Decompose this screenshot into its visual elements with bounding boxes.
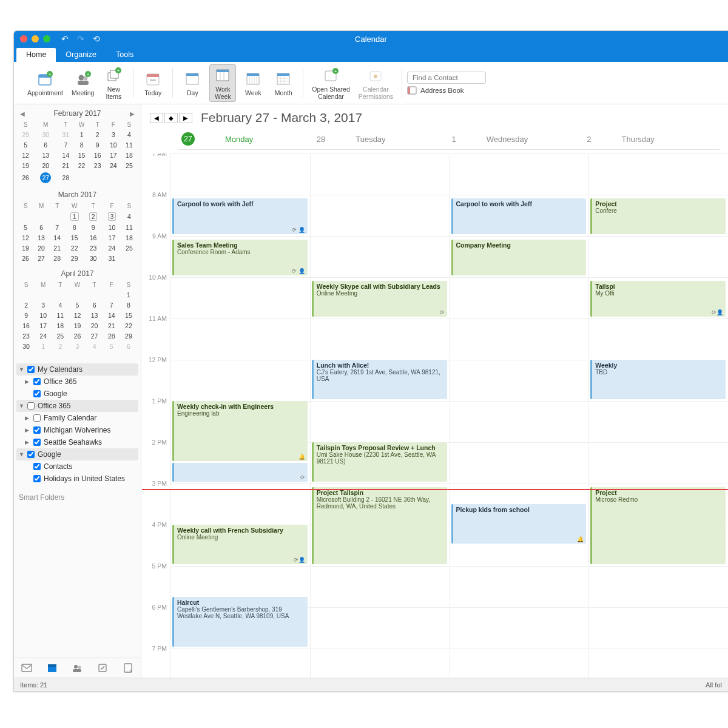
- minical-day[interactable]: 9: [90, 140, 106, 150]
- minical-day[interactable]: 30: [18, 341, 35, 351]
- calendar-item[interactable]: ▶Office 365: [16, 376, 138, 388]
- appointment-button[interactable]: + Appointment: [25, 69, 66, 98]
- minical-day[interactable]: [103, 289, 120, 300]
- minical-day[interactable]: 29: [18, 129, 33, 140]
- minical-day[interactable]: 17: [106, 150, 121, 160]
- minical-day[interactable]: 2: [52, 341, 69, 351]
- today-button[interactable]: Today: [140, 69, 166, 98]
- day-header[interactable]: 28Tuesday: [314, 130, 450, 150]
- minical-day[interactable]: 13: [33, 232, 49, 243]
- minical-day[interactable]: 27: [33, 253, 49, 263]
- minical-day[interactable]: 13: [33, 150, 58, 160]
- day-column[interactable]: 3:08 PMCarpool to work with Jeff⟳ 👤Sales…: [170, 153, 310, 678]
- minical-day[interactable]: 3: [103, 211, 121, 222]
- people-icon[interactable]: [71, 662, 83, 674]
- today-range-button[interactable]: ◆: [164, 113, 178, 123]
- minical-day[interactable]: 1: [65, 211, 84, 222]
- day-header[interactable]: 1Wednesday: [450, 130, 585, 150]
- minical-day[interactable]: 1: [120, 289, 137, 300]
- calendar-item[interactable]: ▶Seattle Seahawks: [16, 436, 138, 448]
- minical-day[interactable]: [121, 253, 137, 263]
- minical-day[interactable]: [86, 289, 103, 300]
- minical-day[interactable]: [69, 289, 86, 300]
- calendar-event[interactable]: Project TailspinMicrosoft Building 2 - 1…: [312, 487, 447, 564]
- minical-day[interactable]: 24: [35, 331, 52, 341]
- calendar-event[interactable]: Carpool to work with Jeff: [451, 198, 587, 234]
- minical-day[interactable]: 29: [65, 253, 84, 263]
- minical-day[interactable]: 19: [18, 243, 33, 253]
- minical-day[interactable]: 31: [103, 253, 121, 263]
- day-column[interactable]: ProjectConfereTailspiMy Offi⟳👤WeeklyTBDP…: [588, 153, 728, 678]
- minical-day[interactable]: 31: [58, 129, 73, 140]
- minical-day[interactable]: 22: [65, 243, 84, 253]
- minical-day[interactable]: 10: [106, 140, 121, 150]
- minical-day[interactable]: 18: [121, 150, 137, 160]
- calendar-icon[interactable]: [46, 662, 58, 674]
- calendar-event[interactable]: ProjectConfere: [590, 198, 726, 234]
- work-week-view-button[interactable]: Work Week: [209, 64, 236, 102]
- calendar-event[interactable]: Weekly check-in with EngineersEngineerin…: [172, 401, 308, 461]
- minical-day[interactable]: 8: [65, 222, 84, 232]
- minical-day[interactable]: [49, 211, 65, 222]
- minical-day[interactable]: 30: [33, 129, 58, 140]
- minical-day[interactable]: 28: [58, 170, 73, 184]
- calendar-event[interactable]: Lunch with Alice!CJ's Eatery, 2619 1st A…: [312, 360, 447, 399]
- minical-day[interactable]: [52, 289, 69, 300]
- calendar-group[interactable]: ▼My Calendars: [16, 363, 138, 376]
- minical-day[interactable]: 16: [18, 320, 35, 331]
- minical-day[interactable]: 27: [86, 331, 103, 341]
- prev-range-button[interactable]: ◀: [150, 113, 163, 123]
- minical-day[interactable]: 1: [73, 129, 89, 140]
- minical-day[interactable]: 2: [18, 300, 35, 310]
- tab-tools[interactable]: Tools: [106, 48, 143, 62]
- minical-day[interactable]: 4: [121, 129, 137, 140]
- calendar-checkbox[interactable]: [33, 463, 41, 470]
- minical-day[interactable]: 6: [120, 341, 137, 351]
- group-checkbox[interactable]: [27, 402, 35, 410]
- calendar-event[interactable]: ProjectMicroso Redmo: [590, 487, 726, 564]
- minical-day[interactable]: [121, 170, 137, 184]
- minical-day[interactable]: 11: [52, 310, 69, 320]
- minical-day[interactable]: [73, 170, 89, 184]
- meeting-button[interactable]: + Meeting: [69, 69, 96, 98]
- minical-day[interactable]: 25: [121, 160, 137, 170]
- minical-day[interactable]: 8: [73, 140, 89, 150]
- day-header[interactable]: 2Thursday: [584, 130, 720, 150]
- chevron-left-icon[interactable]: ◀: [20, 110, 25, 117]
- minical-day[interactable]: 24: [103, 243, 121, 253]
- calendar-event[interactable]: TailspiMy Offi⟳👤: [590, 281, 726, 317]
- calendar-event[interactable]: Weekly Skype call with Subsidiary LeadsO…: [312, 281, 447, 317]
- minical-day[interactable]: 28: [103, 331, 120, 341]
- group-checkbox[interactable]: [27, 366, 35, 373]
- minical-day[interactable]: 11: [121, 140, 137, 150]
- minical-day[interactable]: 14: [58, 150, 73, 160]
- day-column[interactable]: Carpool to work with JeffCompany Meeting…: [450, 153, 589, 678]
- minical-day[interactable]: 26: [18, 170, 33, 184]
- minical-day[interactable]: 26: [18, 253, 33, 263]
- minical-day[interactable]: 15: [65, 232, 84, 243]
- minical-day[interactable]: 3: [106, 129, 121, 140]
- calendar-group[interactable]: ▼Office 365: [16, 400, 138, 412]
- minical-day[interactable]: 17: [103, 232, 121, 243]
- address-book-button[interactable]: Address Book: [407, 86, 486, 95]
- mail-icon[interactable]: [21, 662, 33, 674]
- minical-day[interactable]: 7: [103, 300, 120, 310]
- minical-day[interactable]: 23: [18, 331, 35, 341]
- minical-day[interactable]: 5: [18, 222, 33, 232]
- calendar-event[interactable]: Pickup kids from school🔔: [451, 504, 587, 544]
- calendar-event[interactable]: WeeklyTBD: [590, 360, 726, 399]
- minical-day[interactable]: 5: [103, 341, 120, 351]
- minical-day[interactable]: 29: [120, 331, 137, 341]
- calendar-checkbox[interactable]: [33, 390, 41, 397]
- minical-day[interactable]: 7: [49, 222, 65, 232]
- calendar-item[interactable]: Contacts: [16, 460, 138, 473]
- tasks-icon[interactable]: [96, 662, 109, 674]
- week-view-button[interactable]: Week: [240, 69, 266, 98]
- calendar-event[interactable]: ⟳: [172, 463, 308, 482]
- find-contact-input[interactable]: [407, 72, 486, 84]
- open-shared-calendar-button[interactable]: + Open Shared Calendar: [309, 65, 352, 101]
- calendar-item[interactable]: Holidays in United States: [16, 473, 138, 485]
- calendar-checkbox[interactable]: [33, 378, 41, 385]
- minical-day[interactable]: 24: [106, 160, 121, 170]
- calendar-event[interactable]: Carpool to work with Jeff⟳ 👤: [172, 198, 308, 234]
